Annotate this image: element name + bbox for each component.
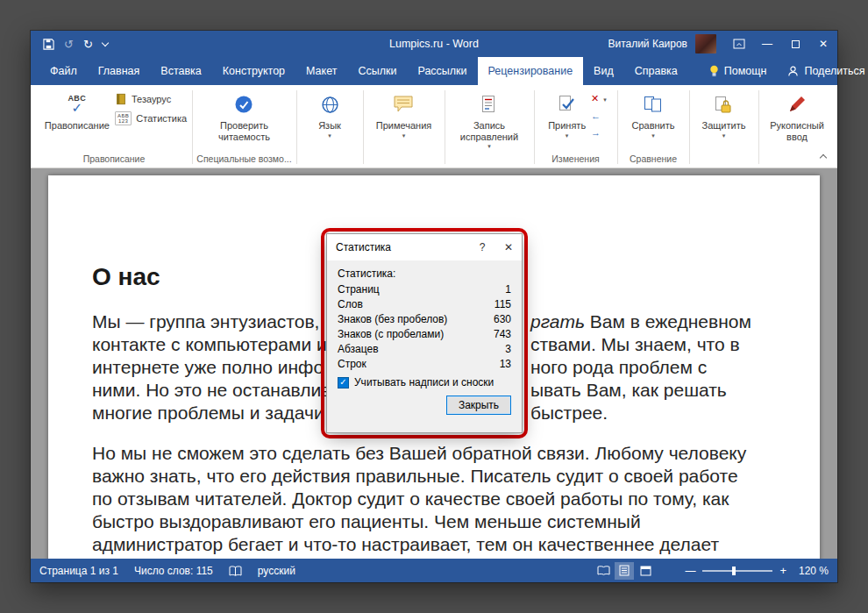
zoom-in-button[interactable]: + — [779, 564, 786, 577]
zoom-slider-thumb[interactable] — [732, 567, 736, 575]
dialog-controls: ? ✕ — [469, 234, 522, 260]
titlebar-right: Виталий Каиров — ✕ — [608, 31, 837, 57]
group-label-comments — [364, 152, 445, 168]
web-layout-button[interactable] — [636, 562, 655, 580]
statistics-section-label: Статистика: — [338, 267, 511, 280]
collapse-ribbon-button[interactable] — [816, 150, 830, 162]
tell-me-button[interactable]: Помощн — [701, 57, 776, 85]
redo-button[interactable]: ↻ — [83, 39, 93, 50]
word-count-indicator[interactable]: Число слов: 115 — [134, 565, 213, 577]
share-button[interactable]: Поделиться — [775, 57, 868, 85]
chevron-down-icon: ▾ — [402, 133, 406, 139]
group-label-protect — [690, 152, 758, 168]
spelling-icon: ABC ✓ — [68, 95, 86, 114]
spelling-button[interactable]: ABC ✓ Правописание — [41, 89, 113, 133]
text-line: Но мы не сможем это сделать без Вашей об… — [92, 442, 776, 465]
protect-lock-icon — [715, 96, 732, 114]
chevron-down-icon — [102, 39, 109, 46]
chevron-down-icon: ▾ — [487, 144, 491, 149]
tab-home[interactable]: Главная — [88, 57, 151, 85]
checkbox-checked-icon: ✓ — [338, 377, 349, 388]
compare-button[interactable]: Сравнить ▾ — [628, 89, 678, 140]
tab-view[interactable]: Вид — [583, 57, 624, 85]
zoom-out-button[interactable]: — — [685, 565, 695, 577]
desktop-backdrop: ↺ ↻ Lumpics.ru - Word Виталий Каиров — ✕… — [0, 0, 868, 613]
next-change-button[interactable]: → — [591, 127, 601, 138]
read-mode-button[interactable] — [594, 562, 613, 580]
proofing-small-buttons: Тезаурус АБВ 123 Статистика — [115, 89, 187, 125]
print-layout-button[interactable] — [615, 562, 634, 580]
chevron-down-icon: ▾ — [722, 133, 726, 139]
include-textboxes-checkbox[interactable]: ✓ Учитывать надписи и сноски — [338, 376, 511, 388]
dialog-title: Статистика — [336, 241, 391, 253]
word-count-label: Статистика — [136, 113, 187, 124]
dialog-help-button[interactable]: ? — [469, 234, 495, 260]
word-count-icon: АБВ 123 — [115, 111, 132, 125]
accept-icon — [559, 95, 576, 114]
share-label: Поделиться — [804, 65, 864, 77]
dialog-close-x-button[interactable]: ✕ — [495, 234, 522, 260]
undo-button[interactable]: ↺ — [64, 39, 74, 50]
ribbon-tab-bar: Файл Главная Вставка Конструктор Макет С… — [31, 57, 837, 85]
tab-file[interactable]: Файл — [39, 57, 88, 85]
minimize-button[interactable]: — — [753, 31, 781, 57]
dialog-titlebar[interactable]: Статистика ? ✕ — [327, 234, 522, 260]
track-changes-icon — [481, 95, 497, 114]
checkbox-label: Учитывать надписи и сноски — [354, 376, 494, 388]
user-account-name[interactable]: Виталий Каиров — [608, 38, 687, 50]
word-count-button[interactable]: АБВ 123 Статистика — [115, 111, 187, 125]
zoom-level[interactable]: 120 % — [799, 565, 829, 577]
group-comments: Примечания ▾ — [364, 87, 445, 168]
titlebar: ↺ ↻ Lumpics.ru - Word Виталий Каиров — ✕ — [31, 31, 837, 57]
protect-button[interactable]: Защитить ▾ — [699, 89, 750, 140]
previous-change-button[interactable]: ← — [591, 110, 601, 121]
zoom-slider[interactable] — [702, 570, 772, 572]
language-button[interactable]: Язык ▾ — [315, 89, 345, 140]
chevron-up-icon — [820, 153, 827, 160]
check-readability-button[interactable]: Проверить читаемость — [215, 89, 274, 144]
red-highlight-annotation: Статистика ? ✕ Статистика: Страниц1 Слов… — [321, 228, 528, 438]
close-dialog-button[interactable]: Закрыть — [446, 396, 511, 415]
compare-label: Сравнить — [631, 120, 674, 132]
thesaurus-label: Тезаурус — [132, 94, 171, 104]
readability-icon — [233, 94, 254, 115]
text-line: важно знать, что его действия правильные… — [92, 465, 776, 488]
track-changes-button[interactable]: Запись исправлений ▾ — [457, 89, 522, 151]
tab-mailings[interactable]: Рассылки — [407, 57, 477, 85]
language-indicator[interactable]: русский — [258, 565, 295, 577]
qat-customize-button[interactable] — [103, 43, 108, 46]
tab-help[interactable]: Справка — [624, 57, 688, 85]
tab-layout[interactable]: Макет — [295, 57, 347, 85]
comments-button[interactable]: Примечания ▾ — [373, 89, 436, 140]
ribbon-display-options-button[interactable] — [725, 31, 753, 57]
accept-button[interactable]: Принять ▾ — [544, 89, 589, 140]
save-button[interactable] — [43, 39, 54, 50]
group-label-language — [296, 152, 363, 168]
reject-button[interactable]: ✕ ▾ — [591, 93, 607, 104]
reject-icon: ✕ — [591, 93, 599, 104]
track-changes-label-1: Запись — [473, 120, 505, 132]
user-avatar[interactable] — [695, 34, 716, 53]
group-proofing: ABC ✓ Правописание Тезаурус — [36, 87, 192, 168]
tab-insert[interactable]: Вставка — [150, 57, 211, 85]
tab-references[interactable]: Ссылки — [347, 57, 407, 85]
readability-label-1: Проверить — [220, 120, 268, 132]
statusbar-right: — + 120 % — [592, 562, 829, 580]
comment-icon — [394, 96, 413, 113]
previous-change-icon: ← — [591, 110, 601, 121]
ink-button[interactable]: Рукописный ввод — [766, 89, 828, 144]
ink-label-2: ввод — [786, 132, 808, 143]
readability-label-2: читаемость — [218, 132, 270, 143]
proofing-status-button[interactable] — [229, 566, 242, 576]
chevron-down-icon: ▾ — [328, 133, 331, 139]
close-button[interactable]: ✕ — [809, 31, 837, 57]
lightbulb-icon — [709, 65, 719, 77]
tab-review[interactable]: Рецензирование — [478, 57, 584, 85]
tab-design[interactable]: Конструктор — [212, 57, 295, 85]
ink-label-1: Рукописный — [770, 120, 824, 132]
page-indicator[interactable]: Страница 1 из 1 — [39, 565, 118, 577]
thesaurus-button[interactable]: Тезаурус — [115, 93, 171, 105]
maximize-button[interactable] — [781, 31, 809, 57]
dialog-body: Статистика: Страниц1 Слов115 Знаков (без… — [327, 260, 522, 432]
text-line: по отзывам читателей. Доктор судит о кач… — [92, 488, 776, 510]
